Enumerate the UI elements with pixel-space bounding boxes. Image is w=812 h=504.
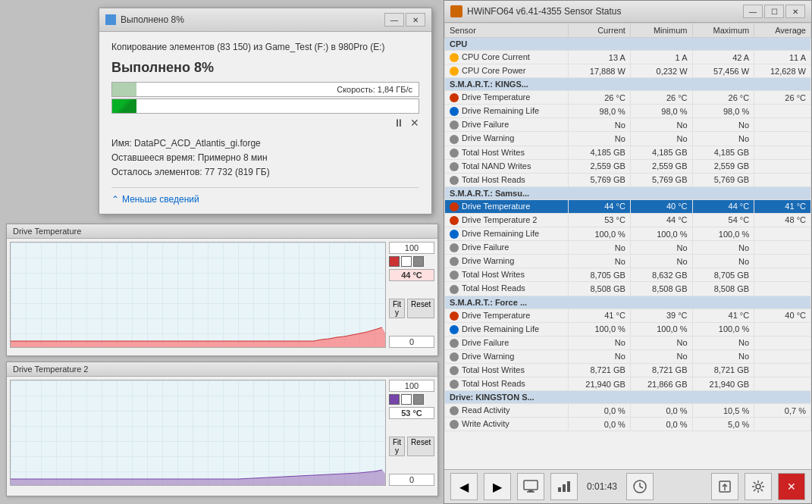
remaining-icon — [450, 107, 459, 116]
copy-source-text: Копирование элементов (83 150) из Game_T… — [111, 41, 419, 54]
table-row[interactable]: CPU Core Power17,888 W0,232 W57,456 W12,… — [445, 64, 811, 78]
graph2-color-box — [389, 394, 434, 405]
table-row[interactable]: Drive Remaining Life98,0 %98,0 %98,0 % — [445, 105, 811, 118]
toolbar-time: 0:01:43 — [587, 481, 617, 492]
col-maximum: Maximum — [692, 23, 754, 38]
graph2-reset-button[interactable]: Reset — [407, 437, 434, 456]
table-row[interactable]: Drive Remaining Life100,0 %100,0 %100,0 … — [445, 227, 811, 241]
sensor-group-row: S.M.A.R.T.: Samsu... — [445, 186, 811, 199]
hwinfo-minimize-button[interactable]: — — [743, 5, 763, 18]
left-panel: Выполнено 8% — ✕ Копирование элементов (… — [0, 0, 444, 504]
graph1-fity-button[interactable]: Fit y — [389, 299, 405, 318]
graph1-area — [10, 242, 386, 348]
monitor-icon — [523, 480, 538, 493]
table-row[interactable]: Drive FailureNoNoNo — [445, 241, 811, 255]
table-row[interactable]: Drive Temperature41 °C39 °C41 °C40 °C — [445, 308, 811, 322]
cancel-copy-button[interactable]: ✕ — [410, 117, 419, 129]
svg-rect-6 — [563, 484, 566, 492]
table-row[interactable]: Drive Temperature 253 °C44 °C54 °C48 °C — [445, 213, 811, 227]
graph1-color-swatch-red — [389, 256, 400, 267]
col-current: Current — [569, 23, 631, 38]
progress-speed: Скорость: 1,84 ГБ/с — [337, 85, 412, 94]
copy-controls: ⏸ ✕ — [111, 117, 419, 129]
toolbar-close-button[interactable]: ✕ — [778, 473, 805, 500]
col-sensor: Sensor — [445, 23, 569, 38]
table-row[interactable]: Drive FailureNoNoNo — [445, 118, 811, 132]
hwinfo-titlebar: HWiNFO64 v6.41-4355 Sensor Status — ☐ ✕ — [444, 1, 811, 23]
table-row[interactable]: Drive Temperature44 °C40 °C44 °C41 °C — [445, 199, 811, 213]
graph1-reset-button[interactable]: Reset — [407, 299, 434, 318]
graph2-current-value: 53 °C — [389, 407, 434, 419]
table-row[interactable]: Drive Temperature26 °C26 °C26 °C26 °C — [445, 91, 811, 105]
table-row[interactable]: Read Activity0,0 %0,0 %10,5 %0,7 % — [445, 404, 811, 418]
file-name: Имя: DataPC_ACD_Atlantis_gi.forge — [111, 136, 419, 151]
graph1-min-value: 0 — [389, 336, 434, 348]
write-icon — [450, 176, 459, 185]
toolbar-forward-button[interactable]: ▶ — [484, 473, 511, 500]
table-row[interactable]: Drive WarningNoNoNo — [445, 349, 811, 363]
graph1-controls: 100 44 °C Fit y Reset 0 — [389, 242, 434, 348]
toolbar-export-button[interactable] — [711, 473, 738, 500]
graph2-area — [10, 380, 386, 486]
details-toggle[interactable]: ⌃ Меньше сведений — [111, 187, 419, 205]
graph1-svg — [11, 243, 385, 347]
table-row[interactable]: Total Host Reads21,940 GB21,866 GB21,940… — [445, 377, 811, 390]
table-row[interactable]: Total Host Writes8,721 GB8,721 GB8,721 G… — [445, 363, 811, 377]
pause-button[interactable]: ⏸ — [393, 117, 404, 129]
table-row[interactable]: Total NAND Writes2,559 GB2,559 GB2,559 G… — [445, 159, 811, 173]
items-remaining: Осталось элементов: 77 732 (819 ГБ) — [111, 165, 419, 180]
graph2-color-swatch-white — [401, 394, 412, 405]
toolbar-back-button[interactable]: ◀ — [450, 473, 478, 500]
status-icon — [450, 339, 459, 348]
write-icon — [450, 406, 459, 415]
graph1-btn-group: Fit y Reset — [389, 299, 434, 318]
export-icon — [717, 479, 732, 494]
close-button[interactable]: ✕ — [406, 13, 425, 27]
table-row[interactable]: CPU Core Current13 A1 A42 A11 A — [445, 51, 811, 64]
status-icon — [450, 243, 459, 252]
sensor-table: Sensor Current Minimum Maximum Average C… — [444, 23, 811, 431]
graph1-color-swatch-gray — [413, 256, 424, 267]
hwinfo-close-button[interactable]: ✕ — [785, 5, 805, 18]
table-row[interactable]: Write Activity0,0 %0,0 %5,0 % — [445, 418, 811, 431]
progress-bar-inner — [112, 83, 136, 96]
minimize-button[interactable]: — — [384, 13, 404, 27]
table-row[interactable]: Drive FailureNoNoNo — [445, 336, 811, 349]
toolbar-clock-button[interactable] — [626, 473, 654, 500]
graph1-titlebar: Drive Temperature — [7, 224, 437, 239]
chevron-up-icon: ⌃ — [111, 194, 119, 205]
status-icon — [450, 135, 459, 144]
toolbar-settings-button[interactable] — [745, 473, 772, 500]
table-row[interactable]: Total Host Reads5,769 GB5,769 GB5,769 GB — [445, 173, 811, 186]
toolbar-monitor-button[interactable] — [517, 473, 544, 500]
table-row[interactable]: Total Host Writes8,705 GB8,632 GB8,705 G… — [445, 268, 811, 282]
sensor-table-container[interactable]: Sensor Current Minimum Maximum Average C… — [444, 23, 811, 469]
table-row[interactable]: Drive WarningNoNoNo — [445, 132, 811, 146]
graph2-title: Drive Temperature 2 — [13, 365, 88, 374]
copy-progress-title: Выполнено 8% — [111, 60, 419, 76]
write-icon — [450, 380, 459, 389]
graph2-fity-button[interactable]: Fit y — [389, 437, 405, 456]
progress-bar-container: Скорость: 1,84 ГБ/с — [111, 82, 419, 114]
write-icon — [450, 149, 459, 158]
graph2-svg — [11, 380, 385, 485]
table-row[interactable]: Drive WarningNoNoNo — [445, 255, 811, 268]
table-row[interactable]: Drive Remaining Life100,0 %100,0 %100,0 … — [445, 322, 811, 336]
copy-dialog-title: Выполнено 8% — [105, 14, 184, 25]
table-row[interactable]: Total Host Writes4,185 GB4,185 GB4,185 G… — [445, 146, 811, 159]
write-icon — [450, 162, 459, 171]
svg-rect-2 — [524, 481, 538, 490]
graph2-titlebar: Drive Temperature 2 — [7, 362, 437, 377]
svg-rect-1 — [11, 380, 385, 485]
hwinfo-title-label: HWiNFO64 v6.41-4355 Sensor Status — [467, 6, 621, 17]
toolbar-chart-button[interactable] — [550, 473, 578, 500]
svg-point-13 — [756, 484, 760, 489]
graph1-color-swatch-white — [401, 256, 412, 267]
write-icon — [450, 271, 459, 280]
time-remaining: Оставшееся время: Примерно 8 мин — [111, 151, 419, 165]
hwinfo-maximize-button[interactable]: ☐ — [764, 5, 784, 18]
table-row[interactable]: Total Host Reads8,508 GB8,508 GB8,508 GB — [445, 282, 811, 296]
graph1-current-value: 44 °C — [389, 269, 434, 281]
table-header-row: Sensor Current Minimum Maximum Average — [445, 23, 811, 38]
hwinfo-title-text: HWiNFO64 v6.41-4355 Sensor Status — [450, 5, 621, 17]
